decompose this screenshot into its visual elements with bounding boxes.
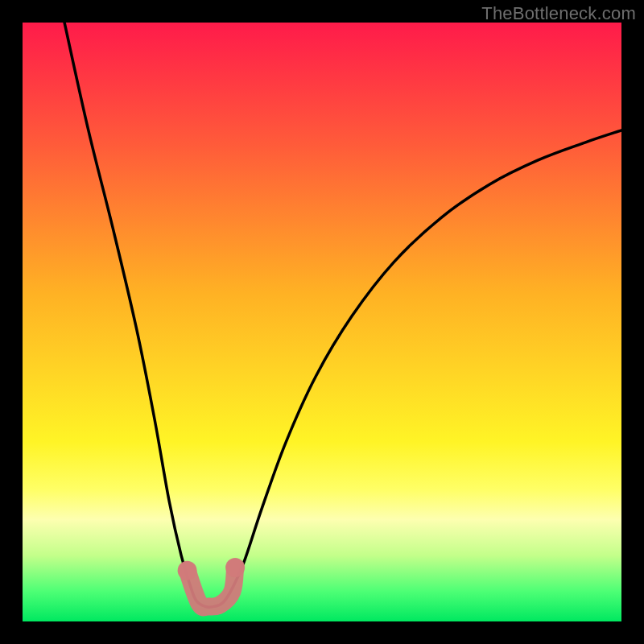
watermark-text: TheBottleneck.com [481,3,636,24]
marker-endpoint-right [225,558,245,577]
chart-svg [23,23,621,621]
gradient-background [23,23,621,621]
chart-plot [23,23,621,621]
chart-frame: TheBottleneck.com [0,0,644,644]
marker-endpoint-left [178,561,197,580]
